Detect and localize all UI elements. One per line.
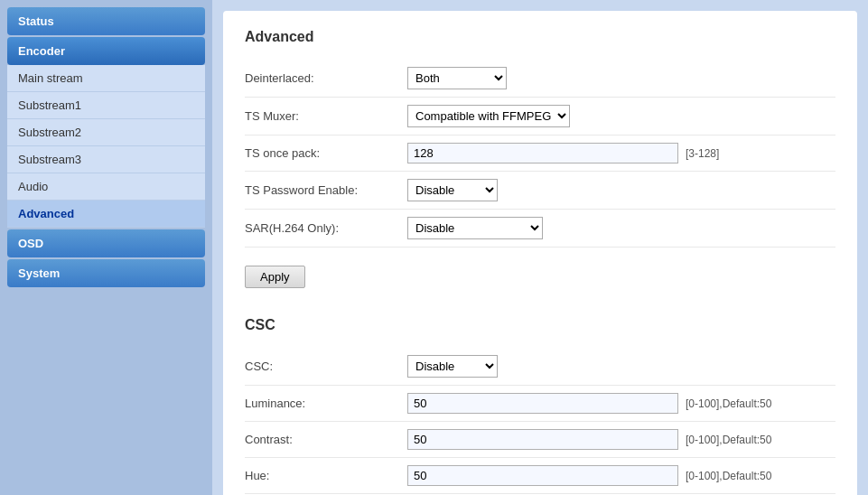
sidebar-item-substream3[interactable]: Substream3 — [7, 146, 205, 173]
main-content: Advanced Deinterlaced: Both Top field Bo… — [212, 0, 868, 495]
sidebar-item-main-stream[interactable]: Main stream — [7, 65, 205, 92]
hue-input[interactable] — [407, 465, 678, 486]
ts-once-pack-label: TS once pack: — [245, 146, 407, 160]
ts-once-pack-row: TS once pack: [3-128] — [245, 135, 835, 172]
ts-muxer-row: TS Muxer: Compatible with FFMPEG Standar… — [245, 98, 835, 135]
advanced-apply-row: Apply — [245, 248, 835, 303]
hue-range: [0-100],Default:50 — [686, 470, 771, 482]
sar-row: SAR(H.264 Only): Disable Enable — [245, 210, 835, 248]
deinterlaced-select[interactable]: Both Top field Bottom field None — [407, 67, 507, 89]
sidebar-item-substream1[interactable]: Substream1 — [7, 92, 205, 119]
luminance-row: Luminance: [0-100],Default:50 — [245, 386, 835, 422]
ts-password-label: TS Password Enable: — [245, 183, 407, 197]
content-panel: Advanced Deinterlaced: Both Top field Bo… — [223, 11, 857, 495]
luminance-input[interactable] — [407, 393, 678, 414]
hue-label: Hue: — [245, 469, 407, 482]
advanced-apply-button[interactable]: Apply — [245, 266, 305, 288]
sidebar-section-encoder: Encoder Main stream Substream1 Substream… — [7, 37, 205, 228]
luminance-label: Luminance: — [245, 397, 407, 410]
csc-title: CSC — [245, 317, 835, 333]
csc-label: CSC: — [245, 360, 407, 373]
contrast-range: [0-100],Default:50 — [686, 434, 771, 446]
ts-once-pack-range: [3-128] — [686, 147, 719, 160]
ts-muxer-label: TS Muxer: — [245, 109, 407, 123]
deinterlaced-label: Deinterlaced: — [245, 71, 407, 85]
ts-muxer-select[interactable]: Compatible with FFMPEG Standard — [407, 105, 570, 127]
sidebar-item-osd[interactable]: OSD — [7, 229, 205, 257]
sidebar-item-status[interactable]: Status — [7, 7, 205, 35]
csc-section: CSC CSC: Disable Enable Luminance: [0-10… — [245, 317, 835, 495]
contrast-input[interactable] — [407, 429, 678, 450]
sidebar: Status Encoder Main stream Substream1 Su… — [0, 0, 212, 495]
sidebar-item-system[interactable]: System — [7, 259, 205, 287]
luminance-range: [0-100],Default:50 — [686, 397, 771, 410]
ts-password-row: TS Password Enable: Disable Enable — [245, 172, 835, 210]
ts-once-pack-input[interactable] — [407, 143, 678, 163]
sar-label: SAR(H.264 Only): — [245, 221, 407, 235]
sidebar-item-encoder[interactable]: Encoder — [7, 37, 205, 65]
sidebar-item-advanced[interactable]: Advanced — [7, 201, 205, 228]
sidebar-item-audio[interactable]: Audio — [7, 173, 205, 201]
advanced-title: Advanced — [245, 29, 835, 45]
encoder-sub-items: Main stream Substream1 Substream2 Substr… — [7, 65, 205, 228]
hue-row: Hue: [0-100],Default:50 — [245, 458, 835, 494]
contrast-row: Contrast: [0-100],Default:50 — [245, 422, 835, 458]
csc-select[interactable]: Disable Enable — [407, 355, 498, 378]
sidebar-section-status: Status — [7, 7, 205, 35]
deinterlaced-row: Deinterlaced: Both Top field Bottom fiel… — [245, 60, 835, 98]
sidebar-item-substream2[interactable]: Substream2 — [7, 119, 205, 146]
contrast-label: Contrast: — [245, 433, 407, 446]
sidebar-section-osd: OSD — [7, 229, 205, 257]
sidebar-section-system: System — [7, 259, 205, 287]
sar-select[interactable]: Disable Enable — [407, 217, 543, 239]
ts-password-select[interactable]: Disable Enable — [407, 179, 498, 201]
csc-row: CSC: Disable Enable — [245, 348, 835, 386]
